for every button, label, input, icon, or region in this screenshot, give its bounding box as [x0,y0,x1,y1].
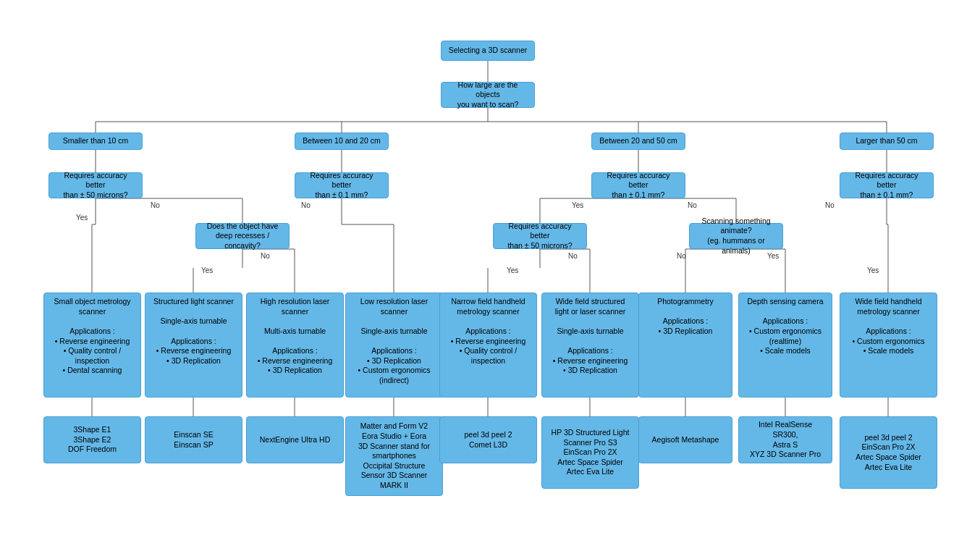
cat-small-metro-label: Small object metrology scanner Applicati… [50,297,135,376]
prod-wide-hand-label: peel 3d peel 2 EinScan Pro 2X Artec Spac… [856,433,921,473]
sz-xlarge-node: Larger than 50 cm [840,133,934,150]
prod-photo-label: Aegisoft Metashape [652,435,719,445]
q-animate-label: Scanning something animate? (eg. hummans… [696,216,777,256]
prod-lo-label: Matter and Form V2 Eora Studio + Eora 3D… [358,421,430,490]
prod-narrow-label: peel 3d peel 2 Comet L3D [465,430,512,450]
prod-wide-struct: HP 3D Structured Light Scanner Pro S3 Ei… [541,416,639,489]
prod-lo: Matter and Form V2 Eora Studio + Eora 3D… [345,416,443,496]
label-yes-large: Yes [572,201,583,209]
label-yes-small: Yes [76,214,88,222]
prod-small-label: 3Shape E1 3Shape E2 DOF Freedom [68,425,117,455]
label-yes-recess: Yes [201,266,213,274]
sz-large-label: Between 20 and 50 cm [599,136,677,146]
label-no-xlarge: No [825,201,835,209]
prod-wide-hand: peel 3d peel 2 EinScan Pro 2X Artec Spac… [840,416,937,489]
cat-lo-laser-label: Low resolution laser scanner Single-axis… [352,297,436,386]
q-animate-node: Scanning something animate? (eg. hummans… [689,223,783,249]
cat-wide-hand-label: Wide field handheld metrology scanner Ap… [846,297,931,356]
q-acc-med-node: Requires accuracy better than ± 0.1 mm? [295,172,389,198]
root-node: Selecting a 3D scanner [441,41,535,61]
label-no-acc50: No [568,252,578,260]
prod-photo: Aegisoft Metashape [638,416,732,463]
prod-depth-label: Intel RealSense SR300, Astra S XYZ 3D Sc… [745,420,826,460]
label-yes-xlarge: Yes [867,266,879,274]
cat-wide-struct: Wide field structured light or laser sca… [541,293,639,398]
prod-narrow: peel 3d peel 2 Comet L3D [439,416,537,463]
label-no-large: No [688,201,697,209]
flowchart-diagram: Selecting a 3D scanner How large are the… [0,0,980,551]
cat-photogram: Photogrammetry Applications : • 3D Repli… [638,293,732,398]
q-acc-xlarge-node: Requires accuracy better than ± 0.1 mm? [840,172,934,198]
prod-depth: Intel RealSense SR300, Astra S XYZ 3D Sc… [738,416,832,463]
q-acc-small-node: Requires accuracy better than ± 50 micro… [48,172,143,198]
cat-hi-laser-label: High resolution laser scanner Multi-axis… [253,297,337,376]
label-no-recess: No [261,252,270,260]
sz-large-node: Between 20 and 50 cm [591,133,685,150]
prod-small: 3Shape E1 3Shape E2 DOF Freedom [43,416,141,463]
sz-med-node: Between 10 and 20 cm [295,133,389,150]
q-recess-node: Does the object have deep recesses / con… [195,223,290,249]
cat-hi-laser: High resolution laser scanner Multi-axis… [246,293,344,398]
cat-lo-laser: Low resolution laser scanner Single-axis… [345,293,443,398]
label-yes-acc50: Yes [507,266,518,274]
label-no-small: No [151,201,160,209]
cat-photogram-label: Photogrammetry Applications : • 3D Repli… [645,297,726,337]
cat-struct-light-label: Structured light scanner Single-axis tur… [151,297,236,366]
cat-struct-light: Structured light scanner Single-axis tur… [145,293,242,398]
q-acc50-large-node: Requires accuracy better than ± 50 micro… [493,223,587,249]
prod-struct: Einscan SE Einscan SP [145,416,242,463]
sz-xlarge-label: Larger than 50 cm [856,136,917,146]
cat-narrow: Narrow field handheld metrology scanner … [439,293,537,398]
cat-small-metro: Small object metrology scanner Applicati… [43,293,141,398]
q-acc50-large-label: Requires accuracy better than ± 50 micro… [499,222,580,251]
cat-depth-label: Depth sensing camera Applications : • Cu… [745,297,826,356]
q-acc-xlarge-label: Requires accuracy better than ± 0.1 mm? [846,171,927,201]
q-acc-med-label: Requires accuracy better than ± 0.1 mm? [301,171,382,201]
label-no-animate: No [677,252,686,260]
sz-med-label: Between 10 and 20 cm [303,136,380,146]
label-yes-animate: Yes [767,252,779,260]
sz-small-label: Smaller than 10 cm [63,136,128,146]
prod-struct-label: Einscan SE Einscan SP [174,430,213,450]
q-recess-label: Does the object have deep recesses / con… [202,222,283,251]
q-acc-large-label: Requires accuracy better than ± 0.1 mm? [598,171,679,201]
label-no-med: No [301,201,311,209]
prod-hi-label: NextEngine Ultra HD [260,435,330,445]
root-label: Selecting a 3D scanner [449,46,528,56]
cat-narrow-label: Narrow field handheld metrology scanner … [446,297,531,366]
cat-wide-struct-label: Wide field structured light or laser sca… [548,297,633,376]
cat-wide-hand: Wide field handheld metrology scanner Ap… [840,293,937,398]
q-size-node: How large are the objects you want to sc… [441,82,535,108]
prod-wide-struct-label: HP 3D Structured Light Scanner Pro S3 Ei… [552,428,630,477]
cat-depth: Depth sensing camera Applications : • Cu… [738,293,832,398]
q-size-label: How large are the objects you want to sc… [447,80,528,110]
sz-small-node: Smaller than 10 cm [48,133,143,150]
prod-hi: NextEngine Ultra HD [246,416,344,463]
q-acc-small-label: Requires accuracy better than ± 50 micro… [55,171,136,201]
q-acc-large-node: Requires accuracy better than ± 0.1 mm? [591,172,685,198]
